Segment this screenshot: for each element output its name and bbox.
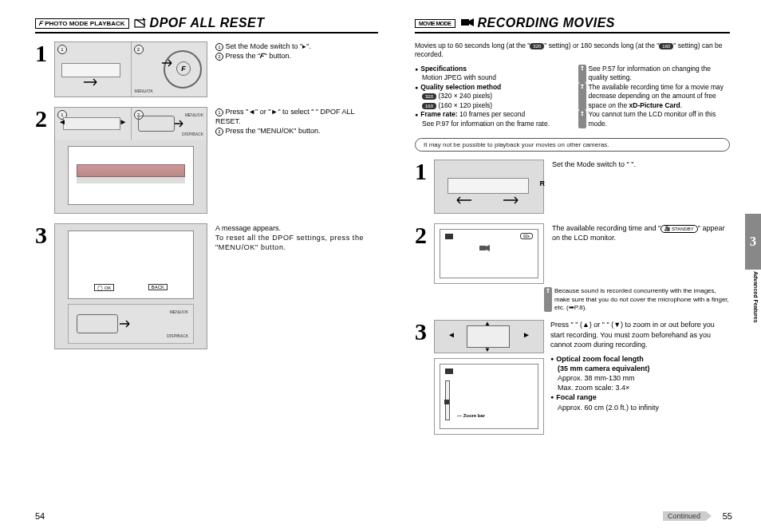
r-step2-desc: The available recording time and "🎥 STAN… bbox=[552, 223, 730, 284]
warning-pill: It may not be possible to playback your … bbox=[415, 138, 730, 152]
page-number-left: 54 bbox=[35, 511, 45, 521]
right-header: MOVIE MODE RECORDING MOVIES bbox=[415, 14, 730, 33]
right-step-1: 1 R Set the Mode switch to " ". bbox=[415, 160, 730, 214]
step-number: 3 bbox=[415, 320, 431, 435]
illustration-step3: ◯ OK BACK MENU/OK DISP/BACK bbox=[54, 223, 207, 349]
step-number: 1 bbox=[415, 160, 431, 214]
r-step2-note: Because sound is recorded concurrently w… bbox=[544, 287, 730, 312]
section-label: Advanced Features bbox=[753, 271, 759, 323]
right-title: RECORDING MOVIES bbox=[478, 16, 615, 30]
illustration-r1: R bbox=[434, 160, 544, 214]
left-page: F PHOTO MODE PLAYBACK DPOF ALL RESET 1 1… bbox=[35, 14, 378, 518]
step-number: 1 bbox=[35, 41, 51, 97]
left-step-3: 3 ◯ OK BACK MENU/OK DISP/BACK A message … bbox=[35, 223, 378, 349]
r-step3-desc: Press " " (▲) or " " (▼) to zoom in or o… bbox=[550, 320, 730, 435]
mode-badge-left: F PHOTO MODE PLAYBACK bbox=[35, 18, 129, 29]
specifications-block: Specifications Motion JPEG with sound Qu… bbox=[415, 65, 730, 128]
step2-description: 1 Press "◄" or "►" to select " " DPOF AL… bbox=[215, 107, 378, 214]
left-header: F PHOTO MODE PLAYBACK DPOF ALL RESET bbox=[35, 14, 378, 33]
right-step-3: 3 ◄ ► ▲ ▼ — Zoom bar bbox=[415, 320, 730, 435]
movie-icon bbox=[460, 17, 475, 30]
page-number-right: 55 bbox=[723, 511, 732, 521]
continued-badge: Continued bbox=[663, 511, 712, 521]
right-page: MOVIE MODE RECORDING MOVIES Movies up to… bbox=[415, 14, 730, 518]
step-number: 2 bbox=[35, 107, 51, 214]
illustration-step2: 1 ◄ ► 2 MENU/OK DISP/BACK bbox=[54, 107, 207, 214]
svg-rect-1 bbox=[461, 19, 469, 26]
left-title: DPOF ALL RESET bbox=[150, 16, 265, 30]
svg-rect-2 bbox=[479, 246, 486, 250]
left-step-1: 1 1 2 F MENU/OK 1 Set the Mode swit bbox=[35, 41, 378, 97]
f-mode-icon: F bbox=[38, 20, 43, 27]
step-number: 2 bbox=[415, 223, 431, 284]
right-step-2: 2 60s The available recording time and "… bbox=[415, 223, 730, 284]
step-number: 3 bbox=[35, 223, 51, 349]
illustration-r2: 60s bbox=[434, 223, 544, 284]
illustration-r3: ◄ ► ▲ ▼ — Zoom bar bbox=[434, 320, 542, 435]
left-step-2: 2 1 ◄ ► 2 MENU/OK DISP/BACK bbox=[35, 107, 378, 214]
mode-badge-right: MOVIE MODE bbox=[415, 19, 455, 28]
r-step1-desc: Set the Mode switch to " ". bbox=[552, 160, 730, 214]
intro-paragraph: Movies up to 60 seconds long (at the "32… bbox=[415, 41, 730, 60]
step1-description: 1 Set the Mode switch to "▸". 2 Press th… bbox=[215, 41, 378, 97]
step3-description: A message appears. To reset all the DPOF… bbox=[215, 223, 378, 349]
section-tab: 3 bbox=[745, 214, 761, 270]
illustration-step1: 1 2 F MENU/OK bbox=[54, 41, 207, 97]
dpof-reset-icon bbox=[134, 17, 147, 30]
